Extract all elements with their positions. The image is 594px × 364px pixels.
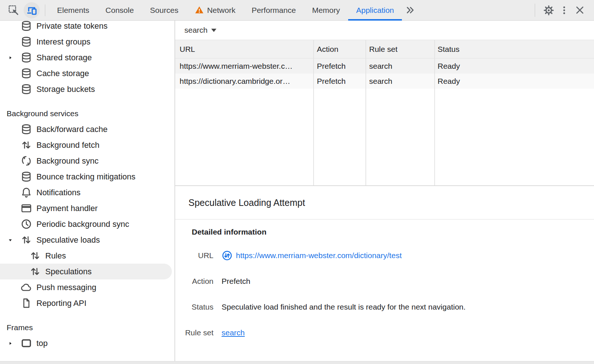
sidebar-item-back-forward-cache[interactable]: Back/forward cache <box>0 121 174 137</box>
sidebar-section-background-services: Background services <box>0 106 174 121</box>
warning-triangle-icon <box>195 6 204 15</box>
toolbar-divider <box>45 4 45 16</box>
settings-gear-icon <box>543 5 554 16</box>
detail-row-url: URL https://www.merriam-webster.com/dict… <box>175 250 594 261</box>
document-icon <box>21 297 32 309</box>
status-value: Speculative load finished and the result… <box>222 303 466 311</box>
speculations-table: URL Action Rule set Status https://www.m… <box>175 40 594 186</box>
sidebar-item-notifications[interactable]: Notifications <box>0 185 174 200</box>
database-icon <box>21 124 32 135</box>
detail-row-action: Action Prefetch <box>175 276 594 287</box>
panel-tabs: Elements Console Sources Network Perform… <box>49 0 418 21</box>
close-devtools-button[interactable] <box>572 3 587 18</box>
sidebar-item-bounce-tracking-mitigations[interactable]: Bounce tracking mitigations <box>0 169 174 185</box>
action-value: Prefetch <box>222 277 250 286</box>
tab-performance[interactable]: Performance <box>244 0 304 21</box>
database-icon <box>21 36 32 47</box>
tab-application[interactable]: Application <box>348 0 402 21</box>
toggle-device-toolbar-button[interactable] <box>24 2 40 18</box>
bell-icon <box>21 187 32 198</box>
up-down-arrows-icon <box>21 234 32 246</box>
detail-row-rule-set: Rule set search <box>175 327 594 338</box>
column-divider <box>313 40 314 185</box>
detail-section-body: Detailed information URL https://www.mer… <box>175 220 594 338</box>
toolbar-divider <box>535 4 535 17</box>
tab-sources[interactable]: Sources <box>142 0 187 21</box>
application-sidebar: Private state tokens Interest groups Sha… <box>0 21 175 361</box>
column-header-rule-set[interactable]: Rule set <box>365 45 434 54</box>
inspect-icon <box>8 4 19 16</box>
expand-expanded-icon[interactable] <box>8 238 13 243</box>
detailed-information-heading: Detailed information <box>192 228 594 236</box>
table-header-row: URL Action Rule set Status <box>175 40 594 58</box>
sidebar-item-push-messaging[interactable]: Push messaging <box>0 279 174 295</box>
sidebar-item-storage-buckets[interactable]: Storage buckets <box>0 81 174 97</box>
database-icon <box>21 52 32 63</box>
up-down-arrows-icon <box>21 139 32 151</box>
close-icon <box>574 5 585 15</box>
database-icon <box>21 68 32 79</box>
detail-row-status: Status Speculative load finished and the… <box>175 301 594 313</box>
sync-arrows-icon <box>21 155 32 167</box>
expand-collapsed-icon[interactable] <box>8 55 13 60</box>
more-tabs-button[interactable] <box>402 0 418 21</box>
speculations-panel: search URL Action Rule set Status https:… <box>175 21 594 361</box>
sidebar-item-speculative-loads[interactable]: Speculative loads <box>0 232 174 248</box>
table-row[interactable]: https://dictionary.cambridge.or… Prefetc… <box>175 74 594 89</box>
sidebar-item-private-state-tokens[interactable]: Private state tokens <box>0 21 174 34</box>
tab-memory[interactable]: Memory <box>304 0 348 21</box>
sidebar-item-reporting-api[interactable]: Reporting API <box>0 295 174 311</box>
sidebar-item-interest-groups[interactable]: Interest groups <box>0 34 174 50</box>
cloud-icon <box>21 282 32 293</box>
url-label: URL <box>175 251 213 260</box>
sidebar-section-frames: Frames <box>0 320 174 335</box>
database-icon <box>21 83 32 95</box>
device-toolbar-icon <box>26 5 37 16</box>
tab-elements[interactable]: Elements <box>49 0 98 21</box>
tab-network[interactable]: Network <box>187 0 244 21</box>
sidebar-item-shared-storage[interactable]: Shared storage <box>0 50 174 65</box>
sidebar-item-rules[interactable]: Rules <box>0 248 174 264</box>
database-icon <box>21 171 32 182</box>
payment-card-icon <box>21 203 32 214</box>
rule-set-link[interactable]: search <box>222 328 245 337</box>
settings-button[interactable] <box>541 3 556 18</box>
column-header-url[interactable]: URL <box>175 45 313 54</box>
speculations-filter-bar: search <box>175 21 594 40</box>
clock-icon <box>21 218 32 230</box>
bottom-edge-strip <box>0 361 594 364</box>
column-divider <box>365 40 366 185</box>
column-header-action[interactable]: Action <box>313 45 365 54</box>
column-header-status[interactable]: Status <box>434 45 594 54</box>
sidebar-item-speculations[interactable]: Speculations <box>0 264 172 279</box>
kebab-menu-icon <box>559 5 569 15</box>
speculation-url-link[interactable]: https://www.merriam-webster.com/dictiona… <box>236 251 402 260</box>
sidebar-item-background-fetch[interactable]: Background fetch <box>0 137 174 153</box>
reveal-speculation-icon[interactable] <box>222 250 233 261</box>
sidebar-item-cache-storage[interactable]: Cache storage <box>0 65 174 81</box>
database-icon <box>21 21 32 32</box>
expand-collapsed-icon[interactable] <box>8 341 13 346</box>
detail-section-title: Speculative Loading Attempt <box>175 186 594 220</box>
sidebar-item-top-frame[interactable]: top <box>0 335 174 351</box>
tab-console[interactable]: Console <box>98 0 142 21</box>
action-label: Action <box>175 277 213 286</box>
chevron-down-icon <box>211 29 216 32</box>
rule-set-label: Rule set <box>175 328 213 337</box>
sidebar-item-background-sync[interactable]: Background sync <box>0 153 174 169</box>
sidebar-item-payment-handler[interactable]: Payment handler <box>0 200 174 216</box>
status-label: Status <box>175 303 213 311</box>
table-row[interactable]: https://www.merriam-webster.c… Prefetch … <box>175 58 594 74</box>
frame-icon <box>21 338 32 349</box>
double-chevron-right-icon <box>405 5 415 15</box>
devtools-toolbar: Elements Console Sources Network Perform… <box>0 0 594 21</box>
customize-menu-button[interactable] <box>556 3 572 18</box>
inspect-element-button[interactable] <box>6 3 21 18</box>
up-down-arrows-icon <box>29 250 41 261</box>
rule-set-filter-dropdown[interactable]: search <box>184 26 216 35</box>
up-down-arrows-icon <box>29 266 41 277</box>
column-divider <box>434 40 435 185</box>
sidebar-item-periodic-background-sync[interactable]: Periodic background sync <box>0 216 174 232</box>
